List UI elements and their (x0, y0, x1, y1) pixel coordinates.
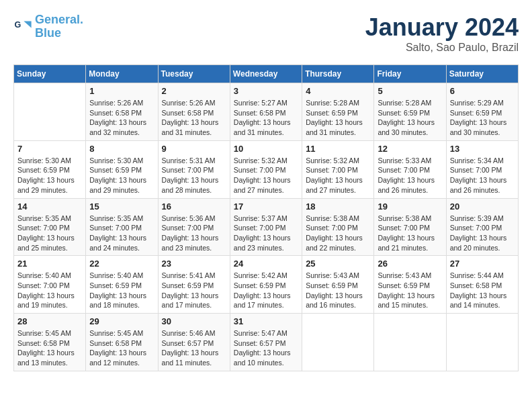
weekday-header-wednesday: Wednesday (230, 65, 302, 83)
day-info: Sunrise: 5:47 AM Sunset: 6:57 PM Dayligh… (234, 328, 298, 368)
calendar-cell: 26Sunrise: 5:43 AM Sunset: 6:59 PM Dayli… (374, 256, 446, 314)
day-number: 5 (378, 86, 442, 96)
calendar-week-row: 21Sunrise: 5:40 AM Sunset: 7:00 PM Dayli… (14, 256, 519, 314)
logo-blue-dot: . (80, 13, 83, 26)
day-info: Sunrise: 5:40 AM Sunset: 7:00 PM Dayligh… (17, 271, 82, 310)
calendar-cell: 1Sunrise: 5:26 AM Sunset: 6:58 PM Daylig… (86, 83, 158, 141)
calendar-cell: 31Sunrise: 5:47 AM Sunset: 6:57 PM Dayli… (230, 314, 302, 371)
day-info: Sunrise: 5:41 AM Sunset: 6:59 PM Dayligh… (162, 271, 226, 310)
day-number: 12 (378, 144, 442, 154)
calendar-cell: 16Sunrise: 5:36 AM Sunset: 7:00 PM Dayli… (158, 198, 230, 256)
logo-general: General (35, 13, 80, 26)
day-info: Sunrise: 5:34 AM Sunset: 7:00 PM Dayligh… (450, 156, 515, 195)
day-info: Sunrise: 5:28 AM Sunset: 6:59 PM Dayligh… (378, 98, 442, 138)
day-info: Sunrise: 5:37 AM Sunset: 7:00 PM Dayligh… (234, 214, 298, 253)
day-number: 27 (450, 259, 515, 269)
day-number: 13 (450, 144, 515, 154)
calendar-week-row: 14Sunrise: 5:35 AM Sunset: 7:00 PM Dayli… (14, 198, 519, 256)
day-number: 29 (89, 316, 154, 326)
weekday-header-row: SundayMondayTuesdayWednesdayThursdayFrid… (14, 65, 519, 83)
day-info: Sunrise: 5:39 AM Sunset: 7:00 PM Dayligh… (450, 214, 515, 253)
day-number: 11 (306, 144, 370, 154)
calendar-cell: 12Sunrise: 5:33 AM Sunset: 7:00 PM Dayli… (374, 140, 446, 198)
calendar-cell: 4Sunrise: 5:28 AM Sunset: 6:59 PM Daylig… (302, 83, 374, 141)
day-number: 3 (234, 86, 298, 96)
day-info: Sunrise: 5:38 AM Sunset: 7:00 PM Dayligh… (306, 214, 370, 253)
day-number: 15 (89, 201, 154, 212)
day-info: Sunrise: 5:42 AM Sunset: 6:59 PM Dayligh… (234, 271, 298, 310)
calendar-cell: 17Sunrise: 5:37 AM Sunset: 7:00 PM Dayli… (230, 198, 302, 256)
calendar-cell: 5Sunrise: 5:28 AM Sunset: 6:59 PM Daylig… (374, 83, 446, 141)
day-number: 1 (89, 86, 154, 96)
day-number: 8 (89, 144, 154, 154)
day-number: 30 (162, 316, 226, 326)
svg-text:G: G (14, 20, 21, 30)
calendar-cell: 3Sunrise: 5:27 AM Sunset: 6:58 PM Daylig… (230, 83, 302, 141)
calendar-cell: 2Sunrise: 5:26 AM Sunset: 6:58 PM Daylig… (158, 83, 230, 141)
day-number: 22 (89, 259, 154, 269)
day-info: Sunrise: 5:45 AM Sunset: 6:58 PM Dayligh… (89, 328, 154, 368)
day-info: Sunrise: 5:43 AM Sunset: 6:59 PM Dayligh… (378, 271, 442, 310)
calendar-cell (374, 314, 446, 371)
day-info: Sunrise: 5:32 AM Sunset: 7:00 PM Dayligh… (306, 156, 370, 195)
day-number: 7 (17, 144, 82, 154)
weekday-header-thursday: Thursday (302, 65, 374, 83)
calendar-cell (14, 83, 86, 141)
logo-icon: G (13, 17, 32, 36)
day-info: Sunrise: 5:44 AM Sunset: 6:58 PM Dayligh… (450, 271, 515, 310)
calendar-cell: 28Sunrise: 5:45 AM Sunset: 6:58 PM Dayli… (14, 314, 86, 371)
day-number: 9 (162, 144, 226, 154)
day-number: 24 (234, 259, 298, 269)
day-info: Sunrise: 5:35 AM Sunset: 7:00 PM Dayligh… (89, 214, 154, 253)
day-number: 2 (162, 86, 226, 96)
calendar-cell: 29Sunrise: 5:45 AM Sunset: 6:58 PM Dayli… (86, 314, 158, 371)
calendar-cell: 14Sunrise: 5:35 AM Sunset: 7:00 PM Dayli… (14, 198, 86, 256)
calendar-cell: 21Sunrise: 5:40 AM Sunset: 7:00 PM Dayli… (14, 256, 86, 314)
day-number: 20 (450, 201, 515, 212)
calendar-cell: 13Sunrise: 5:34 AM Sunset: 7:00 PM Dayli… (446, 140, 518, 198)
day-info: Sunrise: 5:35 AM Sunset: 7:00 PM Dayligh… (17, 214, 82, 253)
calendar-cell: 19Sunrise: 5:38 AM Sunset: 7:00 PM Dayli… (374, 198, 446, 256)
calendar-cell: 11Sunrise: 5:32 AM Sunset: 7:00 PM Dayli… (302, 140, 374, 198)
day-info: Sunrise: 5:26 AM Sunset: 6:58 PM Dayligh… (89, 98, 154, 138)
calendar-week-row: 7Sunrise: 5:30 AM Sunset: 6:59 PM Daylig… (14, 140, 519, 198)
day-number: 10 (234, 144, 298, 154)
calendar-cell: 6Sunrise: 5:29 AM Sunset: 6:59 PM Daylig… (446, 83, 518, 141)
day-info: Sunrise: 5:33 AM Sunset: 7:00 PM Dayligh… (378, 156, 442, 195)
location-subtitle: Salto, Sao Paulo, Brazil (365, 42, 519, 54)
calendar-cell (446, 314, 518, 371)
day-number: 26 (378, 259, 442, 269)
calendar-cell: 27Sunrise: 5:44 AM Sunset: 6:58 PM Dayli… (446, 256, 518, 314)
weekday-header-tuesday: Tuesday (158, 65, 230, 83)
page-header: G General. Blue January 2024 Salto, Sao … (13, 13, 519, 54)
day-info: Sunrise: 5:29 AM Sunset: 6:59 PM Dayligh… (450, 98, 515, 138)
day-info: Sunrise: 5:28 AM Sunset: 6:59 PM Dayligh… (306, 98, 370, 138)
calendar-cell: 23Sunrise: 5:41 AM Sunset: 6:59 PM Dayli… (158, 256, 230, 314)
day-info: Sunrise: 5:43 AM Sunset: 6:59 PM Dayligh… (306, 271, 370, 310)
month-title: January 2024 (365, 13, 519, 42)
calendar-table: SundayMondayTuesdayWednesdayThursdayFrid… (13, 64, 519, 371)
calendar-week-row: 1Sunrise: 5:26 AM Sunset: 6:58 PM Daylig… (14, 83, 519, 141)
logo: G General. Blue (13, 13, 83, 40)
day-number: 17 (234, 201, 298, 212)
logo-blue: Blue (35, 27, 83, 40)
calendar-cell: 25Sunrise: 5:43 AM Sunset: 6:59 PM Dayli… (302, 256, 374, 314)
day-number: 23 (162, 259, 226, 269)
day-info: Sunrise: 5:31 AM Sunset: 7:00 PM Dayligh… (162, 156, 226, 195)
svg-marker-1 (24, 21, 31, 28)
day-number: 16 (162, 201, 226, 212)
day-number: 28 (17, 316, 82, 326)
day-info: Sunrise: 5:45 AM Sunset: 6:58 PM Dayligh… (17, 328, 82, 368)
calendar-cell: 30Sunrise: 5:46 AM Sunset: 6:57 PM Dayli… (158, 314, 230, 371)
day-number: 18 (306, 201, 370, 212)
calendar-cell: 15Sunrise: 5:35 AM Sunset: 7:00 PM Dayli… (86, 198, 158, 256)
calendar-cell: 24Sunrise: 5:42 AM Sunset: 6:59 PM Dayli… (230, 256, 302, 314)
day-number: 4 (306, 86, 370, 96)
day-info: Sunrise: 5:46 AM Sunset: 6:57 PM Dayligh… (162, 328, 226, 368)
day-number: 6 (450, 86, 515, 96)
day-number: 19 (378, 201, 442, 212)
calendar-cell: 7Sunrise: 5:30 AM Sunset: 6:59 PM Daylig… (14, 140, 86, 198)
calendar-week-row: 28Sunrise: 5:45 AM Sunset: 6:58 PM Dayli… (14, 314, 519, 371)
calendar-cell: 10Sunrise: 5:32 AM Sunset: 7:00 PM Dayli… (230, 140, 302, 198)
weekday-header-saturday: Saturday (446, 65, 518, 83)
